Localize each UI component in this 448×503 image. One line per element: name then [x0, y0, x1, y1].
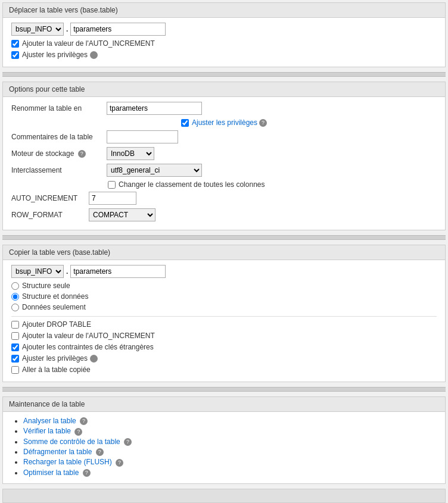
separator-2	[2, 235, 446, 240]
options-section-header: Options pour cette table	[3, 82, 445, 97]
radio-structure-only-row: Structure seule	[11, 282, 437, 290]
move-adjust-privileges-label: Ajuster les privilèges	[22, 51, 88, 59]
copy-add-drop-row: Ajouter DROP TABLE	[11, 320, 437, 329]
copy-foreign-keys-checkbox[interactable]	[11, 343, 19, 351]
defragment-help-icon[interactable]: ?	[96, 448, 104, 456]
move-section-header: Déplacer la table vers (base.table)	[3, 3, 445, 18]
copy-foreign-keys-label: Ajouter les contraintes de clés étrangèr…	[22, 343, 154, 351]
move-section: Déplacer la table vers (base.table) bsup…	[2, 2, 446, 67]
list-item: Recharger la table (FLUSH) ?	[23, 458, 437, 466]
storage-engine-select[interactable]: InnoDB MyISAM MEMORY CSV	[107, 147, 154, 160]
comments-input[interactable]	[107, 130, 178, 143]
change-collation-checkbox[interactable]	[108, 181, 116, 189]
copy-auto-increment-checkbox[interactable]	[11, 332, 19, 340]
radio-data-only-row: Données seulement	[11, 303, 437, 311]
copy-go-to-copy-label: Aller à la table copiée	[22, 365, 91, 374]
optimize-link[interactable]: Optimiser la table	[23, 468, 79, 477]
move-table-input[interactable]	[70, 23, 166, 36]
analyse-help-icon[interactable]: ?	[80, 417, 88, 425]
move-section-body: bsup_INFO . Ajouter la valeur de l'AUTO_…	[3, 18, 445, 67]
separator-1	[2, 72, 446, 77]
options-adjust-privileges-label[interactable]: Ajuster les privilèges	[192, 118, 257, 127]
copy-divider	[11, 316, 437, 317]
copy-add-drop-label: Ajouter DROP TABLE	[22, 320, 91, 329]
copy-section-body: bsup_INFO . Structure seule Structure et…	[3, 260, 445, 382]
row-format-select[interactable]: COMPACT DYNAMIC FIXED COMPRESSED REDUNDA…	[89, 208, 155, 221]
list-item: Somme de contrôle de la table ?	[23, 438, 437, 446]
collation-label: Interclassement	[11, 166, 107, 174]
move-auto-increment-label: Ajouter la valeur de l'AUTO_INCREMENT	[22, 39, 155, 48]
copy-db-select[interactable]: bsup_INFO	[11, 265, 64, 278]
radio-structure-data[interactable]	[11, 293, 19, 301]
copy-section-title: Copier la table vers (base.table)	[9, 248, 110, 257]
move-section-title: Déplacer la table vers (base.table)	[9, 6, 118, 14]
copy-section-header: Copier la table vers (base.table)	[3, 245, 445, 260]
list-item: Analyser la table ?	[23, 417, 437, 425]
radio-data-only-label: Données seulement	[22, 303, 86, 311]
move-db-select[interactable]: bsup_INFO	[11, 23, 64, 36]
radio-structure-only-label: Structure seule	[22, 282, 70, 290]
copy-go-to-copy-row: Aller à la table copiée	[11, 365, 437, 374]
copy-add-drop-checkbox[interactable]	[11, 321, 19, 329]
maintenance-section: Maintenance de la table Analyser la tabl…	[2, 396, 446, 484]
options-section-title: Options pour cette table	[9, 85, 85, 93]
page-wrapper: Déplacer la table vers (base.table) bsup…	[0, 0, 448, 503]
comments-row: Commentaires de la table	[11, 130, 437, 143]
auto-increment-label: AUTO_INCREMENT	[11, 194, 89, 202]
move-auto-increment-row: Ajouter la valeur de l'AUTO_INCREMENT	[11, 39, 437, 48]
copy-adjust-privileges-help-icon[interactable]: ?	[90, 355, 98, 363]
copy-adjust-privileges-label: Ajuster les privilèges	[22, 354, 88, 363]
checksum-help-icon[interactable]: ?	[124, 438, 132, 446]
storage-engine-help-icon[interactable]: ?	[78, 150, 86, 158]
storage-engine-row: Moteur de stockage ? InnoDB MyISAM MEMOR…	[11, 147, 437, 160]
move-adjust-privileges-row: Ajuster les privilèges ?	[11, 51, 437, 59]
copy-foreign-keys-row: Ajouter les contraintes de clés étrangèr…	[11, 343, 437, 351]
flush-link[interactable]: Recharger la table (FLUSH)	[23, 458, 112, 466]
options-section-body: Renommer la table en Ajuster les privilè…	[3, 97, 445, 230]
auto-increment-input[interactable]	[89, 192, 136, 205]
radio-structure-only[interactable]	[11, 282, 19, 290]
copy-auto-increment-label: Ajouter la valeur de l'AUTO_INCREMENT	[22, 332, 155, 340]
analyse-link[interactable]: Analyser la table	[23, 417, 76, 425]
radio-data-only[interactable]	[11, 304, 19, 311]
verify-help-icon[interactable]: ?	[74, 428, 82, 436]
list-item: Vérifier la table ?	[23, 427, 437, 435]
adjust-privileges-centered-row: Ajuster les privilèges ?	[11, 118, 437, 127]
comments-label: Commentaires de la table	[11, 133, 107, 141]
change-collation-row: Changer le classement de toutes les colo…	[108, 180, 437, 189]
copy-auto-increment-row: Ajouter la valeur de l'AUTO_INCREMENT	[11, 332, 437, 340]
options-adjust-privileges-help-icon[interactable]: ?	[259, 119, 267, 127]
copy-db-table-row: bsup_INFO .	[11, 265, 437, 278]
maintenance-section-header: Maintenance de la table	[3, 397, 445, 412]
options-adjust-privileges-checkbox[interactable]	[181, 119, 189, 127]
move-adjust-privileges-checkbox[interactable]	[11, 51, 19, 59]
row-format-row: ROW_FORMAT COMPACT DYNAMIC FIXED COMPRES…	[11, 208, 437, 221]
collation-select[interactable]: utf8_general_ci utf8_unicode_ci latin1_s…	[107, 164, 202, 177]
move-dot-separator: .	[66, 25, 68, 33]
separator-3	[2, 387, 446, 392]
auto-increment-row: AUTO_INCREMENT	[11, 192, 437, 205]
copy-adjust-privileges-row: Ajuster les privilèges ?	[11, 354, 437, 363]
bottom-bar	[2, 489, 446, 503]
radio-structure-data-label: Structure et données	[22, 292, 88, 301]
maintenance-list: Analyser la table ? Vérifier la table ? …	[23, 417, 437, 477]
optimize-help-icon[interactable]: ?	[83, 469, 91, 477]
move-adjust-privileges-help-icon[interactable]: ?	[90, 51, 98, 59]
verify-link[interactable]: Vérifier la table	[23, 427, 71, 435]
move-auto-increment-checkbox[interactable]	[11, 40, 19, 48]
rename-row: Renommer la table en	[11, 102, 437, 115]
list-item: Optimiser la table ?	[23, 468, 437, 477]
copy-table-input[interactable]	[70, 265, 166, 278]
change-collation-label: Changer le classement de toutes les colo…	[119, 180, 265, 189]
copy-adjust-privileges-checkbox[interactable]	[11, 355, 19, 363]
checksum-link[interactable]: Somme de contrôle de la table	[23, 438, 120, 446]
copy-go-to-copy-checkbox[interactable]	[11, 366, 19, 374]
rename-input[interactable]	[107, 102, 202, 115]
flush-help-icon[interactable]: ?	[116, 459, 123, 467]
rename-label: Renommer la table en	[11, 104, 107, 113]
copy-section: Copier la table vers (base.table) bsup_I…	[2, 245, 446, 382]
maintenance-section-body: Analyser la table ? Vérifier la table ? …	[3, 412, 445, 483]
storage-engine-label: Moteur de stockage ?	[11, 149, 107, 158]
defragment-link[interactable]: Défragmenter la table	[23, 448, 92, 456]
radio-structure-data-row: Structure et données	[11, 292, 437, 301]
